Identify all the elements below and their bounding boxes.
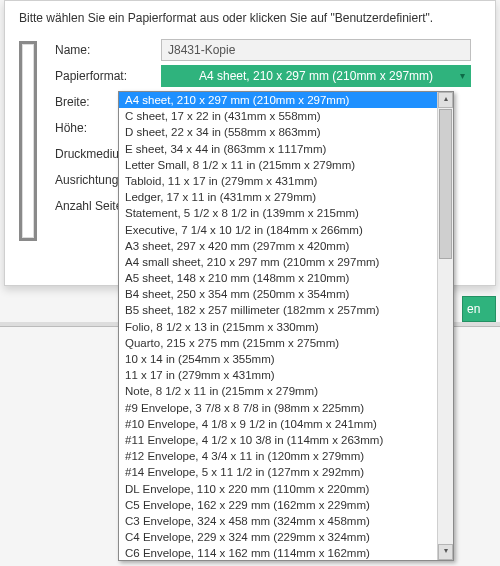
dropdown-item[interactable]: Letter Small, 8 1/2 x 11 in (215mm x 279… <box>119 157 437 173</box>
preview-column <box>19 39 45 241</box>
paper-format-combo[interactable]: A4 sheet, 210 x 297 mm (210mm x 297mm) ▾ <box>161 65 471 87</box>
dropdown-item[interactable]: B5 sheet, 182 x 257 millimeter (182mm x … <box>119 302 437 318</box>
dropdown-items-list: A4 sheet, 210 x 297 mm (210mm x 297mm)C … <box>119 92 437 560</box>
combo-selected-text: A4 sheet, 210 x 297 mm (210mm x 297mm) <box>199 69 433 83</box>
scroll-down-button[interactable]: ▾ <box>438 544 453 560</box>
dropdown-item[interactable]: C4 Envelope, 229 x 324 mm (229mm x 324mm… <box>119 529 437 545</box>
dropdown-item[interactable]: Note, 8 1/2 x 11 in (215mm x 279mm) <box>119 383 437 399</box>
dropdown-item[interactable]: DL Envelope, 110 x 220 mm (110mm x 220mm… <box>119 481 437 497</box>
page-preview-thumb <box>19 41 37 241</box>
label-paper-format: Papierformat: <box>55 67 151 85</box>
dropdown-item[interactable]: C5 Envelope, 162 x 229 mm (162mm x 229mm… <box>119 497 437 513</box>
dropdown-item[interactable]: Folio, 8 1/2 x 13 in (215mm x 330mm) <box>119 319 437 335</box>
dropdown-item[interactable]: C sheet, 17 x 22 in (431mm x 558mm) <box>119 108 437 124</box>
dropdown-item[interactable]: A3 sheet, 297 x 420 mm (297mm x 420mm) <box>119 238 437 254</box>
dropdown-item[interactable]: Quarto, 215 x 275 mm (215mm x 275mm) <box>119 335 437 351</box>
dropdown-item[interactable]: C3 Envelope, 324 x 458 mm (324mm x 458mm… <box>119 513 437 529</box>
dropdown-item[interactable]: #11 Envelope, 4 1/2 x 10 3/8 in (114mm x… <box>119 432 437 448</box>
paper-format-dropdown[interactable]: A4 sheet, 210 x 297 mm (210mm x 297mm)C … <box>118 91 454 561</box>
scroll-up-button[interactable]: ▴ <box>438 92 453 108</box>
dropdown-item[interactable]: C6 Envelope, 114 x 162 mm (114mm x 162mm… <box>119 545 437 560</box>
dropdown-item[interactable]: #9 Envelope, 3 7/8 x 8 7/8 in (98mm x 22… <box>119 400 437 416</box>
chevron-down-icon: ▾ <box>460 65 465 87</box>
name-field[interactable] <box>161 39 471 61</box>
dropdown-item[interactable]: #12 Envelope, 4 3/4 x 11 in (120mm x 279… <box>119 448 437 464</box>
dropdown-scrollbar[interactable]: ▴ ▾ <box>437 92 453 560</box>
dropdown-item[interactable]: Tabloid, 11 x 17 in (279mm x 431mm) <box>119 173 437 189</box>
dropdown-item[interactable]: #14 Envelope, 5 x 11 1/2 in (127mm x 292… <box>119 464 437 480</box>
dialog-confirm-button-fragment[interactable]: en <box>462 296 496 322</box>
dropdown-item[interactable]: #10 Envelope, 4 1/8 x 9 1/2 in (104mm x … <box>119 416 437 432</box>
dropdown-item[interactable]: Statement, 5 1/2 x 8 1/2 in (139mm x 215… <box>119 205 437 221</box>
dropdown-item[interactable]: D sheet, 22 x 34 in (558mm x 863mm) <box>119 124 437 140</box>
label-name: Name: <box>55 41 151 59</box>
instruction-text: Bitte wählen Sie ein Papierformat aus od… <box>19 11 481 25</box>
dropdown-item[interactable]: Ledger, 17 x 11 in (431mm x 279mm) <box>119 189 437 205</box>
dropdown-item[interactable]: 10 x 14 in (254mm x 355mm) <box>119 351 437 367</box>
dropdown-item[interactable]: Executive, 7 1/4 x 10 1/2 in (184mm x 26… <box>119 222 437 238</box>
scroll-thumb[interactable] <box>439 109 452 259</box>
dropdown-item[interactable]: B4 sheet, 250 x 354 mm (250mm x 354mm) <box>119 286 437 302</box>
dropdown-item[interactable]: E sheet, 34 x 44 in (863mm x 1117mm) <box>119 141 437 157</box>
dropdown-item[interactable]: A4 small sheet, 210 x 297 mm (210mm x 29… <box>119 254 437 270</box>
dropdown-item[interactable]: 11 x 17 in (279mm x 431mm) <box>119 367 437 383</box>
dropdown-item[interactable]: A4 sheet, 210 x 297 mm (210mm x 297mm) <box>119 92 437 108</box>
dropdown-item[interactable]: A5 sheet, 148 x 210 mm (148mm x 210mm) <box>119 270 437 286</box>
